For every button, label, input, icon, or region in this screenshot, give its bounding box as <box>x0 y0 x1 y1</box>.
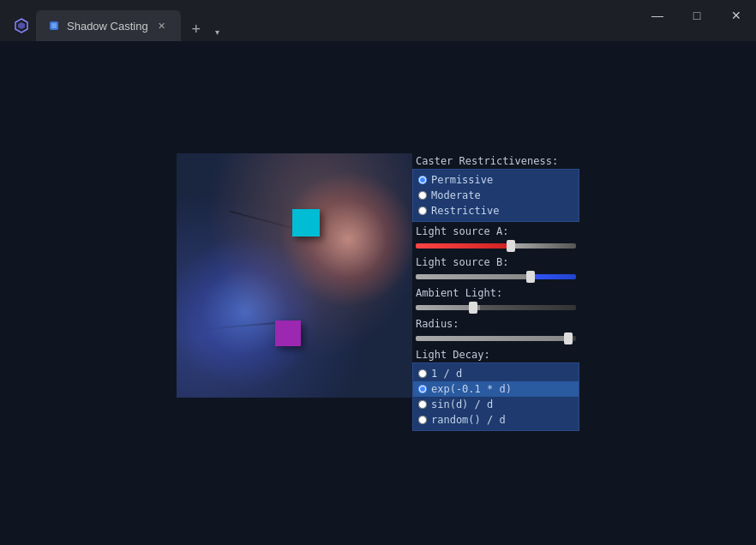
light-b-section: Light source B: <box>412 255 579 282</box>
sinc-radio[interactable] <box>418 400 427 409</box>
light-b-slider[interactable] <box>416 274 576 279</box>
maximize-button[interactable]: □ <box>677 0 717 31</box>
permissive-radio[interactable] <box>418 176 427 184</box>
caster-label: Caster Restrictiveness: <box>412 153 579 169</box>
tab-icon <box>48 20 60 32</box>
sinc-label: sin(d) / d <box>431 398 493 410</box>
decay-radio-group: 1 / d exp(-0.1 * d) sin(d) / d random() … <box>412 362 579 431</box>
light-a-slider[interactable] <box>416 243 576 249</box>
radius-label: Radius: <box>412 316 579 332</box>
radius-slider[interactable] <box>416 336 576 341</box>
svg-rect-1 <box>51 23 57 28</box>
inv-d-label: 1 / d <box>431 368 462 380</box>
tab-area: Shadow Casting ✕ + ▾ <box>7 0 227 41</box>
light-a-slider-container <box>412 239 579 251</box>
close-window-button[interactable]: ✕ <box>717 0 756 31</box>
decay-sinc[interactable]: sin(d) / d <box>418 397 573 412</box>
canvas-area <box>177 153 412 398</box>
decay-random[interactable]: random() / d <box>418 412 573 428</box>
app-container: Caster Restrictiveness: Permissive Moder… <box>177 153 579 433</box>
restrictiveness-restrictive[interactable]: Restrictive <box>418 203 573 219</box>
exp-label: exp(-0.1 * d) <box>431 383 512 395</box>
random-label: random() / d <box>431 414 506 426</box>
minimize-button[interactable]: — <box>638 0 677 31</box>
restrictiveness-radio-group: Permissive Moderate Restrictive <box>412 169 579 222</box>
decay-exp[interactable]: exp(-0.1 * d) <box>413 381 579 397</box>
permissive-label: Permissive <box>431 174 493 186</box>
new-tab-button[interactable]: + <box>184 17 208 41</box>
restrictive-label: Restrictive <box>431 205 499 217</box>
ambient-label: Ambient Light: <box>412 285 579 301</box>
box-cyan <box>292 209 320 237</box>
box-purple <box>275 320 301 346</box>
right-panel: Caster Restrictiveness: Permissive Moder… <box>412 153 579 433</box>
tab-dropdown-button[interactable]: ▾ <box>208 22 227 41</box>
light-b-slider-container <box>412 270 579 282</box>
moderate-radio[interactable] <box>418 191 427 200</box>
decay-label: Light Decay: <box>412 347 579 362</box>
restrictive-radio[interactable] <box>418 207 427 215</box>
light-decay-section: Light Decay: 1 / d exp(-0.1 * d) sin(d) … <box>412 347 579 431</box>
light-a-section: Light source A: <box>412 224 579 251</box>
shadow-overlay <box>177 153 412 398</box>
tab-label: Shadow Casting <box>67 20 148 33</box>
radius-slider-container <box>412 332 579 344</box>
ambient-section: Ambient Light: <box>412 285 579 313</box>
close-tab-button[interactable]: ✕ <box>155 19 169 33</box>
restrictiveness-permissive[interactable]: Permissive <box>418 172 573 188</box>
light-b-label: Light source B: <box>412 255 579 270</box>
main-content: Caster Restrictiveness: Permissive Moder… <box>0 41 756 545</box>
random-radio[interactable] <box>418 416 427 424</box>
ambient-slider-container <box>412 301 579 313</box>
radius-section: Radius: <box>412 316 579 344</box>
titlebar: Shadow Casting ✕ + ▾ — □ ✕ <box>0 0 756 41</box>
moderate-label: Moderate <box>431 189 481 201</box>
restrictiveness-moderate[interactable]: Moderate <box>418 188 573 203</box>
exp-radio[interactable] <box>418 385 427 393</box>
canvas-background <box>177 153 412 398</box>
decay-inv-d[interactable]: 1 / d <box>418 366 573 381</box>
active-tab[interactable]: Shadow Casting ✕ <box>36 10 181 41</box>
caster-restrictiveness-section: Caster Restrictiveness: Permissive Moder… <box>412 153 579 222</box>
light-a-label: Light source A: <box>412 224 579 239</box>
window-controls: — □ ✕ <box>638 0 756 31</box>
inv-d-radio[interactable] <box>418 369 427 378</box>
app-icon <box>14 18 29 33</box>
ambient-slider[interactable] <box>416 305 576 310</box>
